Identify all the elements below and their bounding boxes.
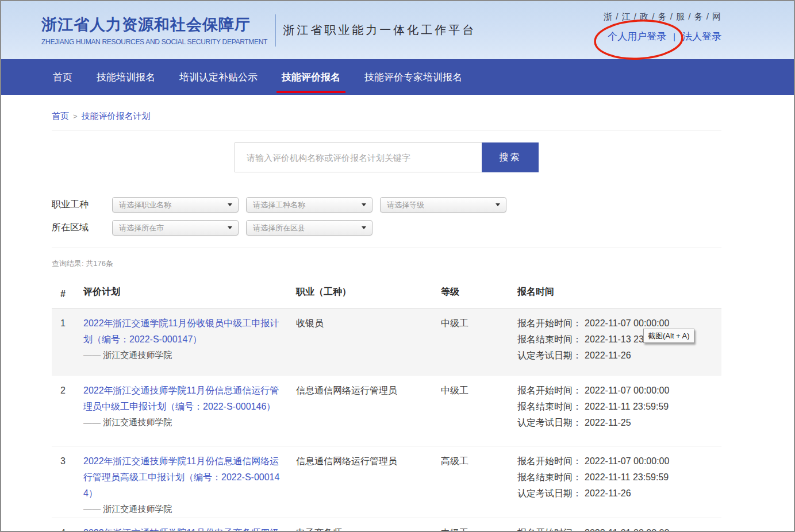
- row-occupation: 收银员: [296, 315, 441, 376]
- search-button[interactable]: 搜索: [482, 142, 539, 172]
- chevron-down-icon: [362, 226, 366, 229]
- col-header-time: 报名时间: [517, 286, 721, 302]
- region-filter-label: 所在区域: [52, 222, 112, 234]
- occupation-name-select[interactable]: 请选择职业名称: [112, 197, 239, 213]
- row-times: 报名开始时间：2022-11-07 00:00:00 报名结束时间：2022-1…: [517, 453, 721, 518]
- occupation-filter-row: 职业工种 请选择职业名称 请选择工种名称 请选择等级: [52, 197, 721, 213]
- col-header-index: #: [52, 286, 83, 302]
- row-index: 1: [52, 315, 83, 376]
- row-level: 中级工: [441, 315, 517, 376]
- plan-org: —— 浙江交通技师学院: [83, 349, 286, 361]
- chevron-down-icon: [496, 203, 500, 206]
- work-type-select-value: 请选择工种名称: [253, 200, 305, 210]
- login-links: 个人用户登录 | 法人登录: [608, 30, 721, 43]
- end-time-label: 报名结束时间：: [517, 334, 582, 344]
- table-row: 1 2022年浙江交通学院11月份收银员中级工申报计划（编号：2022-S-00…: [52, 309, 721, 376]
- search-input[interactable]: [235, 142, 482, 172]
- breadcrumb: 首页 > 技能评价报名计划: [52, 111, 721, 122]
- main-nav: 首页 技能培训报名 培训认定补贴公示 技能评价报名 技能评价专家培训报名: [1, 59, 794, 95]
- level-select[interactable]: 请选择等级: [380, 197, 506, 213]
- exam-date-value: 2022-11-25: [585, 418, 631, 427]
- row-times: 报名开始时间：2022-11-07 00:00:00 报名结束时间：2022-1…: [517, 383, 721, 446]
- table-row: 2 2022年浙江交通技师学院11月份信息通信运行管理员中级工申报计划（编号：2…: [52, 376, 721, 446]
- district-select-value: 请选择所在区县: [253, 223, 305, 233]
- header-divider: [275, 14, 276, 47]
- main-content: 首页 > 技能评价报名计划 搜索 职业工种 请选择职业名称 请选择工种名称: [52, 111, 721, 532]
- table-row: 3 2022年浙江交通技师学院11月份信息通信网络运行管理员高级工申报计划（编号…: [52, 446, 721, 518]
- plan-title-link[interactable]: 2022年浙江交通技师学院11月份电子商务师四级: [83, 525, 286, 532]
- result-count: 查询结果: 共176条: [52, 259, 721, 269]
- chevron-down-icon: [228, 203, 232, 206]
- district-select[interactable]: 请选择所在区县: [246, 220, 372, 236]
- plan-title-link[interactable]: 2022年浙江交通技师学院11月份信息通信网络运行管理员高级工申报计划（编号：2…: [83, 453, 286, 502]
- plan-org: —— 浙江交通技师学院: [83, 416, 286, 429]
- exam-date-label: 认定考试日期：: [517, 350, 582, 360]
- nav-item-expert-training[interactable]: 技能评价专家培训报名: [364, 59, 462, 95]
- header: 浙江省人力资源和社会保障厅 ZHEJIANG HUMAN RESOURCES A…: [1, 1, 794, 59]
- corporate-login-link[interactable]: 法人登录: [682, 30, 721, 43]
- page: 浙江省人力资源和社会保障厅 ZHEJIANG HUMAN RESOURCES A…: [0, 0, 795, 532]
- table-header: # 评价计划 职业（工种） 等级 报名时间: [52, 279, 721, 309]
- divider: [52, 248, 721, 248]
- row-times: 报名开始时间：2022-11-01 00:00:00: [517, 525, 721, 532]
- end-time-label: 报名结束时间：: [517, 472, 582, 482]
- exam-date-label: 认定考试日期：: [517, 488, 582, 498]
- personal-login-link[interactable]: 个人用户登录: [608, 30, 666, 43]
- plan-org: —— 浙江交通技师学院: [83, 503, 286, 515]
- gov-service-net-label: 浙 / 江 / 政 / 务 / 服 / 务 / 网: [604, 11, 721, 22]
- row-index: 2: [52, 383, 83, 446]
- plan-title-link[interactable]: 2022年浙江交通学院11月份收银员中级工申报计划（编号：2022-S-0001…: [83, 315, 286, 348]
- end-time-value: 2022-11-13 23:: [585, 334, 646, 344]
- divider: [52, 130, 721, 130]
- logo-title: 浙江省人力资源和社会保障厅: [41, 14, 267, 35]
- nav-item-skill-evaluation[interactable]: 技能评价报名: [282, 59, 340, 95]
- col-header-plan: 评价计划: [83, 286, 296, 302]
- work-type-select[interactable]: 请选择工种名称: [246, 197, 372, 213]
- col-header-level: 等级: [441, 286, 517, 302]
- row-level: 中级工: [441, 525, 517, 532]
- breadcrumb-home[interactable]: 首页: [52, 111, 69, 122]
- header-right: 浙 / 江 / 政 / 务 / 服 / 务 / 网 个人用户登录 | 法人登录: [604, 11, 721, 43]
- row-occupation: 电子商务师: [296, 525, 441, 532]
- screenshot-tooltip: 截图(Alt + A): [643, 329, 694, 343]
- chevron-down-icon: [362, 203, 366, 206]
- plan-title-link[interactable]: 2022年浙江交通技师学院11月份信息通信运行管理员中级工申报计划（编号：202…: [83, 383, 286, 415]
- row-index: 4: [52, 525, 83, 532]
- row-times: 报名开始时间：2022-11-07 00:00:00 报名结束时间：2022-1…: [517, 315, 721, 376]
- row-occupation: 信息通信网络运行管理员: [296, 383, 441, 446]
- breadcrumb-current: 技能评价报名计划: [82, 111, 151, 122]
- col-header-occupation: 职业（工种）: [296, 286, 441, 302]
- filter-section: 职业工种 请选择职业名称 请选择工种名称 请选择等级: [52, 197, 721, 236]
- start-time-label: 报名开始时间：: [517, 528, 582, 532]
- start-time-label: 报名开始时间：: [517, 456, 582, 466]
- start-time-value: 2022-11-07 00:00:00: [585, 385, 669, 395]
- start-time-label: 报名开始时间：: [517, 385, 582, 395]
- row-index: 3: [52, 453, 83, 518]
- end-time-value: 2022-11-11 23:59:59: [585, 402, 669, 411]
- occupation-name-select-value: 请选择职业名称: [119, 200, 171, 210]
- search-bar: 搜索: [52, 142, 721, 172]
- login-separator: |: [673, 32, 675, 41]
- logo-subtitle: ZHEJIANG HUMAN RESOURCES AND SOCIAL SECU…: [41, 38, 267, 46]
- occupation-filter-label: 职业工种: [52, 199, 112, 211]
- start-time-label: 报名开始时间：: [517, 318, 582, 328]
- start-time-value: 2022-11-07 00:00:00: [585, 318, 669, 328]
- start-time-value: 2022-11-01 00:00:00: [585, 528, 669, 532]
- exam-date-value: 2022-11-26: [585, 488, 631, 498]
- row-level: 高级工: [441, 453, 517, 518]
- region-filter-row: 所在区域 请选择所在市 请选择所在区县: [52, 220, 721, 236]
- city-select[interactable]: 请选择所在市: [112, 220, 239, 236]
- end-time-label: 报名结束时间：: [517, 402, 582, 411]
- end-time-value: 2022-11-11 23:59:59: [585, 472, 669, 482]
- exam-date-label: 认定考试日期：: [517, 418, 582, 427]
- nav-item-skill-training[interactable]: 技能培训报名: [97, 59, 155, 95]
- table-row: 4 2022年浙江交通技师学院11月份电子商务师四级 电子商务师 中级工 报名开…: [52, 518, 721, 532]
- nav-item-home[interactable]: 首页: [53, 59, 72, 95]
- nav-item-subsidy-publicity[interactable]: 培训认定补贴公示: [179, 59, 258, 95]
- chevron-down-icon: [228, 226, 232, 229]
- department-logo: 浙江省人力资源和社会保障厅 ZHEJIANG HUMAN RESOURCES A…: [41, 14, 267, 46]
- breadcrumb-separator: >: [73, 112, 78, 121]
- platform-title: 浙江省职业能力一体化工作平台: [283, 22, 476, 38]
- exam-date-value: 2022-11-26: [585, 350, 631, 360]
- row-occupation: 信息通信网络运行管理员: [296, 453, 441, 518]
